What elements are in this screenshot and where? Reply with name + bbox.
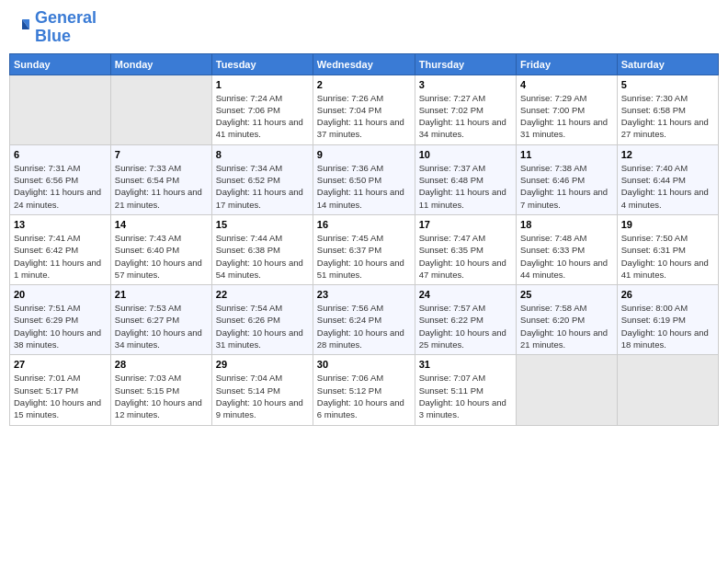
calendar-cell: 21 Sunrise: 7:53 AMSunset: 6:27 PMDaylig… xyxy=(110,285,211,355)
day-number: 21 xyxy=(115,289,208,300)
day-detail: Sunrise: 7:44 AMSunset: 6:38 PMDaylight:… xyxy=(216,232,309,281)
calendar-cell xyxy=(617,355,718,425)
calendar-cell: 13 Sunrise: 7:41 AMSunset: 6:42 PMDaylig… xyxy=(10,214,111,284)
day-number: 31 xyxy=(419,359,512,370)
day-number: 2 xyxy=(317,79,411,90)
calendar-cell xyxy=(110,75,211,144)
calendar-cell: 6 Sunrise: 7:31 AMSunset: 6:56 PMDayligh… xyxy=(10,144,111,214)
calendar-cell xyxy=(517,355,618,425)
logo: General Blue xyxy=(9,9,97,46)
day-number: 16 xyxy=(317,219,411,230)
calendar-week-row: 1 Sunrise: 7:24 AMSunset: 7:06 PMDayligh… xyxy=(10,75,719,144)
day-detail: Sunrise: 8:00 AMSunset: 6:19 PMDaylight:… xyxy=(621,302,714,350)
day-detail: Sunrise: 7:27 AMSunset: 7:02 PMDaylight:… xyxy=(419,92,512,141)
weekday-header-sunday: Sunday xyxy=(10,53,111,75)
day-detail: Sunrise: 7:30 AMSunset: 6:58 PMDaylight:… xyxy=(621,92,714,141)
day-number: 7 xyxy=(115,149,208,160)
day-number: 28 xyxy=(115,359,208,370)
day-detail: Sunrise: 7:40 AMSunset: 6:44 PMDaylight:… xyxy=(621,162,714,211)
calendar-week-row: 13 Sunrise: 7:41 AMSunset: 6:42 PMDaylig… xyxy=(10,214,719,284)
day-number: 3 xyxy=(419,79,512,90)
calendar-cell: 24 Sunrise: 7:57 AMSunset: 6:22 PMDaylig… xyxy=(415,285,516,355)
day-detail: Sunrise: 7:38 AMSunset: 6:46 PMDaylight:… xyxy=(520,162,613,211)
day-number: 15 xyxy=(216,219,309,230)
day-detail: Sunrise: 7:03 AMSunset: 5:15 PMDaylight:… xyxy=(115,372,208,420)
calendar-cell: 31 Sunrise: 7:07 AMSunset: 5:11 PMDaylig… xyxy=(415,355,516,425)
day-detail: Sunrise: 7:26 AMSunset: 7:04 PMDaylight:… xyxy=(317,92,411,141)
weekday-header-row: SundayMondayTuesdayWednesdayThursdayFrid… xyxy=(10,53,719,75)
weekday-header-friday: Friday xyxy=(517,53,618,75)
calendar-cell: 30 Sunrise: 7:06 AMSunset: 5:12 PMDaylig… xyxy=(313,355,415,425)
calendar-cell: 22 Sunrise: 7:54 AMSunset: 6:26 PMDaylig… xyxy=(211,285,313,355)
calendar-cell: 28 Sunrise: 7:03 AMSunset: 5:15 PMDaylig… xyxy=(110,355,211,425)
page-header: General Blue xyxy=(9,9,719,46)
day-detail: Sunrise: 7:43 AMSunset: 6:40 PMDaylight:… xyxy=(115,232,208,281)
calendar-week-row: 20 Sunrise: 7:51 AMSunset: 6:29 PMDaylig… xyxy=(10,285,719,355)
day-detail: Sunrise: 7:47 AMSunset: 6:35 PMDaylight:… xyxy=(419,232,512,281)
calendar-cell: 18 Sunrise: 7:48 AMSunset: 6:33 PMDaylig… xyxy=(517,214,618,284)
day-detail: Sunrise: 7:50 AMSunset: 6:31 PMDaylight:… xyxy=(621,232,714,281)
day-number: 20 xyxy=(14,289,107,300)
calendar-cell: 3 Sunrise: 7:27 AMSunset: 7:02 PMDayligh… xyxy=(415,75,516,144)
calendar-cell: 2 Sunrise: 7:26 AMSunset: 7:04 PMDayligh… xyxy=(313,75,415,144)
day-detail: Sunrise: 7:54 AMSunset: 6:26 PMDaylight:… xyxy=(216,302,309,350)
calendar-cell: 27 Sunrise: 7:01 AMSunset: 5:17 PMDaylig… xyxy=(10,355,111,425)
day-detail: Sunrise: 7:06 AMSunset: 5:12 PMDaylight:… xyxy=(317,372,411,420)
day-number: 29 xyxy=(216,359,309,370)
day-number: 25 xyxy=(520,289,613,300)
logo-icon xyxy=(9,17,31,39)
day-detail: Sunrise: 7:53 AMSunset: 6:27 PMDaylight:… xyxy=(115,302,208,350)
weekday-header-tuesday: Tuesday xyxy=(211,53,313,75)
day-number: 4 xyxy=(520,79,613,90)
day-number: 8 xyxy=(216,149,309,160)
calendar-table: SundayMondayTuesdayWednesdayThursdayFrid… xyxy=(9,53,719,426)
day-detail: Sunrise: 7:51 AMSunset: 6:29 PMDaylight:… xyxy=(14,302,107,350)
day-number: 24 xyxy=(419,289,512,300)
weekday-header-monday: Monday xyxy=(110,53,211,75)
calendar-cell: 20 Sunrise: 7:51 AMSunset: 6:29 PMDaylig… xyxy=(10,285,111,355)
calendar-week-row: 27 Sunrise: 7:01 AMSunset: 5:17 PMDaylig… xyxy=(10,355,719,425)
day-detail: Sunrise: 7:07 AMSunset: 5:11 PMDaylight:… xyxy=(419,372,512,420)
calendar-cell: 7 Sunrise: 7:33 AMSunset: 6:54 PMDayligh… xyxy=(110,144,211,214)
calendar-cell: 26 Sunrise: 8:00 AMSunset: 6:19 PMDaylig… xyxy=(617,285,718,355)
calendar-cell: 17 Sunrise: 7:47 AMSunset: 6:35 PMDaylig… xyxy=(415,214,516,284)
calendar-cell: 23 Sunrise: 7:56 AMSunset: 6:24 PMDaylig… xyxy=(313,285,415,355)
day-number: 30 xyxy=(317,359,411,370)
day-number: 12 xyxy=(621,149,714,160)
calendar-cell: 15 Sunrise: 7:44 AMSunset: 6:38 PMDaylig… xyxy=(211,214,313,284)
weekday-header-saturday: Saturday xyxy=(617,53,718,75)
day-number: 14 xyxy=(115,219,208,230)
day-detail: Sunrise: 7:48 AMSunset: 6:33 PMDaylight:… xyxy=(520,232,613,281)
day-detail: Sunrise: 7:45 AMSunset: 6:37 PMDaylight:… xyxy=(317,232,411,281)
calendar-cell: 8 Sunrise: 7:34 AMSunset: 6:52 PMDayligh… xyxy=(211,144,313,214)
day-number: 10 xyxy=(419,149,512,160)
day-number: 1 xyxy=(216,79,309,90)
calendar-week-row: 6 Sunrise: 7:31 AMSunset: 6:56 PMDayligh… xyxy=(10,144,719,214)
logo-text: General Blue xyxy=(35,9,97,46)
weekday-header-wednesday: Wednesday xyxy=(313,53,415,75)
day-detail: Sunrise: 7:24 AMSunset: 7:06 PMDaylight:… xyxy=(216,92,309,141)
calendar-cell: 12 Sunrise: 7:40 AMSunset: 6:44 PMDaylig… xyxy=(617,144,718,214)
calendar-cell: 1 Sunrise: 7:24 AMSunset: 7:06 PMDayligh… xyxy=(211,75,313,144)
weekday-header-thursday: Thursday xyxy=(415,53,516,75)
calendar-cell: 25 Sunrise: 7:58 AMSunset: 6:20 PMDaylig… xyxy=(517,285,618,355)
day-number: 9 xyxy=(317,149,411,160)
day-detail: Sunrise: 7:01 AMSunset: 5:17 PMDaylight:… xyxy=(14,372,107,420)
calendar-cell: 14 Sunrise: 7:43 AMSunset: 6:40 PMDaylig… xyxy=(110,214,211,284)
day-detail: Sunrise: 7:36 AMSunset: 6:50 PMDaylight:… xyxy=(317,162,411,211)
day-detail: Sunrise: 7:57 AMSunset: 6:22 PMDaylight:… xyxy=(419,302,512,350)
day-number: 6 xyxy=(14,149,107,160)
calendar-cell: 16 Sunrise: 7:45 AMSunset: 6:37 PMDaylig… xyxy=(313,214,415,284)
calendar-cell: 29 Sunrise: 7:04 AMSunset: 5:14 PMDaylig… xyxy=(211,355,313,425)
day-number: 19 xyxy=(621,219,714,230)
day-detail: Sunrise: 7:04 AMSunset: 5:14 PMDaylight:… xyxy=(216,372,309,420)
day-detail: Sunrise: 7:31 AMSunset: 6:56 PMDaylight:… xyxy=(14,162,107,211)
calendar-cell xyxy=(10,75,111,144)
day-detail: Sunrise: 7:29 AMSunset: 7:00 PMDaylight:… xyxy=(520,92,613,141)
day-number: 22 xyxy=(216,289,309,300)
calendar-cell: 4 Sunrise: 7:29 AMSunset: 7:00 PMDayligh… xyxy=(517,75,618,144)
day-number: 23 xyxy=(317,289,411,300)
day-detail: Sunrise: 7:56 AMSunset: 6:24 PMDaylight:… xyxy=(317,302,411,350)
day-number: 27 xyxy=(14,359,107,370)
calendar-cell: 10 Sunrise: 7:37 AMSunset: 6:48 PMDaylig… xyxy=(415,144,516,214)
